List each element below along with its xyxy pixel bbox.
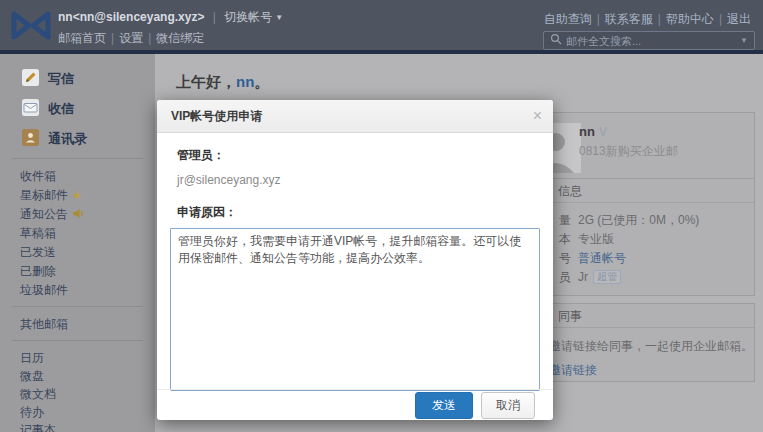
exmail-logo-icon [10, 9, 52, 45]
quick-links: 自助查询|联系客服|帮助中心|退出 [544, 11, 751, 28]
info-row-version: 本专业版 [559, 230, 754, 249]
vip-badge-icon: V [599, 125, 607, 139]
compose-pencil-icon [22, 69, 39, 89]
close-icon[interactable]: × [533, 107, 542, 125]
info-row-capacity: 量2G (已使用：0M，0%) [559, 211, 754, 230]
sidebar-item-receive[interactable]: 收信 [0, 94, 155, 124]
sidebar-item-announcements[interactable]: 通知公告 [0, 205, 155, 224]
account-block: nn<nn@silenceyang.xyz> | 切换帐号▼ 邮箱首页|设置|微… [58, 9, 283, 47]
folder-list: 收件箱 星标邮件★ 通知公告 草稿箱 已发送 已删除 垃圾邮件 [0, 163, 155, 302]
envelope-icon [22, 99, 39, 119]
contacts-icon [22, 129, 39, 149]
separator: | [111, 31, 114, 45]
superadmin-badge: 超管 [593, 270, 621, 284]
star-icon: ★ [72, 189, 82, 201]
dialog-header: VIP帐号使用申请 × [157, 100, 553, 133]
account-nav: 邮箱首页|设置|微信绑定 [58, 30, 283, 47]
other-mail-section: 其他邮箱 [0, 311, 155, 336]
account-email: nn<nn@silenceyang.xyz> [58, 10, 204, 24]
separator: | [719, 12, 722, 26]
send-button[interactable]: 发送 [415, 392, 473, 419]
vip-application-dialog: VIP帐号使用申请 × 管理员： jr@silenceyang.xyz 申请原因… [157, 100, 553, 420]
divider [12, 306, 143, 307]
switch-account-link[interactable]: 切换帐号▼ [224, 10, 283, 24]
info-row-admin: 员Jr超管 [559, 268, 754, 287]
sidebar-item-todo[interactable]: 待办 [0, 403, 155, 421]
search-scope-dropdown-icon[interactable]: ▼ [740, 36, 748, 45]
sidebar-item-notes[interactable]: 记事本 [0, 421, 155, 432]
sidebar-actions: 写信 收信 通讯录 [0, 54, 155, 154]
exmail-home-page: nn<nn@silenceyang.xyz> | 切换帐号▼ 邮箱首页|设置|微… [0, 0, 763, 432]
greeting: 上午好，nn。 [176, 73, 269, 92]
dialog-body: 管理员： jr@silenceyang.xyz 申请原因： 管理员你好，我需要申… [157, 133, 553, 391]
sidebar-item-label: 通讯录 [48, 130, 87, 148]
nav-wechat-bind-link[interactable]: 微信绑定 [156, 31, 204, 45]
admin-label: 管理员： [177, 147, 540, 164]
nav-mail-home-link[interactable]: 邮箱首页 [58, 31, 106, 45]
sidebar-item-sent[interactable]: 已发送 [0, 243, 155, 262]
divider [12, 340, 143, 341]
contact-support-link[interactable]: 联系客服 [605, 12, 653, 26]
admin-email: jr@silenceyang.xyz [177, 173, 540, 187]
sidebar-item-weidrive[interactable]: 微盘 [0, 367, 155, 385]
app-list: 日历 微盘 微文档 待办 记事本 文件中转站 [0, 345, 155, 432]
separator: | [213, 10, 216, 24]
topbar: nn<nn@silenceyang.xyz> | 切换帐号▼ 邮箱首页|设置|微… [0, 0, 763, 54]
reason-textarea[interactable]: 管理员你好，我需要申请开通VIP帐号，提升邮箱容量。还可以使用保密邮件、通知公告… [170, 228, 540, 391]
invite-link[interactable]: 邀请链接 [549, 362, 754, 379]
divider [12, 158, 143, 159]
self-service-link[interactable]: 自助查询 [544, 12, 592, 26]
dialog-title: VIP帐号使用申请 [157, 100, 553, 133]
profile-name: nnV [579, 124, 607, 139]
account-line: nn<nn@silenceyang.xyz> | 切换帐号▼ [58, 9, 283, 26]
nav-settings-link[interactable]: 设置 [119, 31, 143, 45]
logout-link[interactable]: 退出 [727, 12, 751, 26]
info-row-account-type: 号普通帐号 [559, 249, 754, 268]
chevron-down-icon: ▼ [275, 13, 283, 22]
invite-description: 邀请链接给同事，一起使用企业邮箱。 [549, 338, 754, 355]
sidebar-item-label: 写信 [48, 70, 74, 88]
reason-label: 申请原因： [177, 204, 540, 221]
sidebar-item-compose[interactable]: 写信 [0, 64, 155, 94]
separator: | [597, 12, 600, 26]
sidebar-item-starred[interactable]: 星标邮件★ [0, 186, 155, 205]
sidebar-item-calendar[interactable]: 日历 [0, 349, 155, 367]
sidebar-item-deleted[interactable]: 已删除 [0, 262, 155, 281]
dialog-footer: 发送 取消 [157, 389, 553, 420]
search-input[interactable] [566, 35, 740, 47]
profile-org: 0813新购买企业邮 [579, 143, 678, 160]
separator: | [148, 31, 151, 45]
separator: | [658, 12, 661, 26]
help-center-link[interactable]: 帮助中心 [666, 12, 714, 26]
speaker-icon [72, 209, 85, 223]
sidebar-item-contacts[interactable]: 通讯录 [0, 124, 155, 154]
sidebar: 写信 收信 通讯录 收件箱 星标邮件★ 通知公告 草稿箱 已发送 已删除 [0, 54, 155, 432]
search-box: ▼ [543, 31, 755, 50]
sidebar-item-weidocs[interactable]: 微文档 [0, 385, 155, 403]
account-type-link[interactable]: 普通帐号 [578, 251, 626, 265]
sidebar-item-label: 收信 [48, 100, 74, 118]
cancel-button[interactable]: 取消 [481, 392, 535, 419]
sidebar-item-other-mailboxes[interactable]: 其他邮箱 [0, 315, 155, 334]
sidebar-item-drafts[interactable]: 草稿箱 [0, 224, 155, 243]
greeting-username: nn [236, 73, 254, 90]
sidebar-item-inbox[interactable]: 收件箱 [0, 167, 155, 186]
search-icon [550, 33, 562, 48]
sidebar-item-spam[interactable]: 垃圾邮件 [0, 281, 155, 300]
